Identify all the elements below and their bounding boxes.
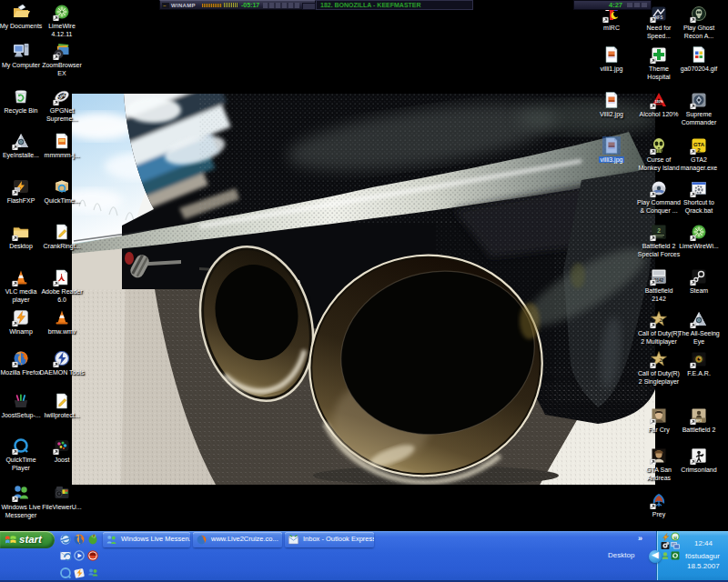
svg-text:NFS: NFS [655,15,663,20]
svg-text:BF2: BF2 [696,419,703,423]
svg-text:u: u [673,535,677,540]
svg-text:120%: 120% [654,100,663,104]
svg-text:2: 2 [659,316,662,324]
svg-text:2: 2 [657,227,661,234]
svg-text:2: 2 [659,356,662,364]
